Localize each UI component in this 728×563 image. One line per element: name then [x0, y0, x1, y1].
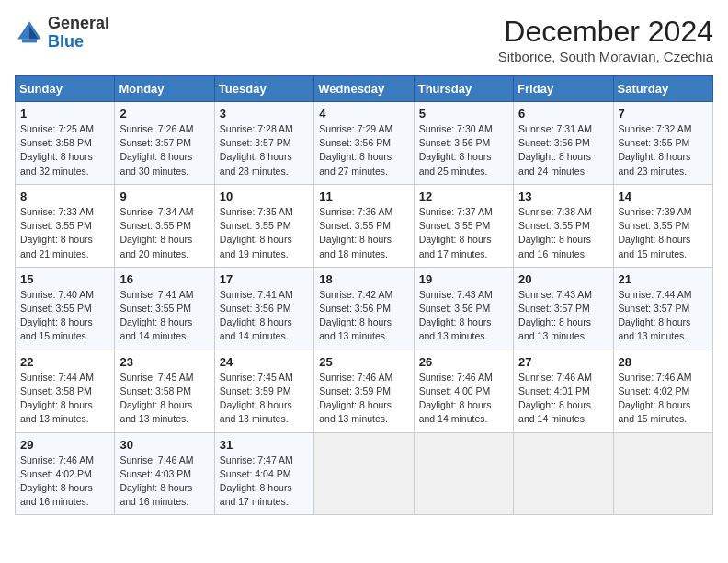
- logo: General Blue: [15, 15, 109, 52]
- day-number: 16: [119, 272, 209, 286]
- logo-icon: [15, 18, 44, 48]
- day-number: 28: [619, 355, 708, 369]
- day-number: 6: [518, 107, 608, 121]
- day-detail: Sunrise: 7:46 AM Sunset: 3:59 PM Dayligh…: [319, 371, 408, 427]
- calendar-week-2: 8 Sunrise: 7:33 AM Sunset: 3:55 PM Dayli…: [16, 184, 713, 267]
- day-detail: Sunrise: 7:44 AM Sunset: 3:57 PM Dayligh…: [619, 288, 708, 344]
- calendar-cell: 21 Sunrise: 7:44 AM Sunset: 3:57 PM Dayl…: [613, 267, 712, 350]
- day-detail: Sunrise: 7:29 AM Sunset: 3:56 PM Dayligh…: [319, 122, 408, 178]
- day-detail: Sunrise: 7:43 AM Sunset: 3:57 PM Dayligh…: [518, 288, 608, 344]
- day-number: 7: [619, 107, 708, 121]
- day-detail: Sunrise: 7:47 AM Sunset: 4:04 PM Dayligh…: [220, 454, 309, 510]
- calendar-cell: 12 Sunrise: 7:37 AM Sunset: 3:55 PM Dayl…: [414, 184, 513, 267]
- calendar-week-5: 29 Sunrise: 7:46 AM Sunset: 4:02 PM Dayl…: [16, 432, 713, 515]
- day-number: 2: [119, 107, 209, 121]
- svg-marker-1: [29, 26, 39, 39]
- day-detail: Sunrise: 7:31 AM Sunset: 3:56 PM Dayligh…: [518, 122, 608, 178]
- calendar-cell: 30 Sunrise: 7:46 AM Sunset: 4:03 PM Dayl…: [115, 432, 214, 515]
- calendar-cell: 18 Sunrise: 7:42 AM Sunset: 3:56 PM Dayl…: [314, 267, 414, 350]
- day-detail: Sunrise: 7:38 AM Sunset: 3:55 PM Dayligh…: [518, 205, 608, 261]
- day-detail: Sunrise: 7:42 AM Sunset: 3:56 PM Dayligh…: [319, 288, 408, 344]
- day-detail: Sunrise: 7:41 AM Sunset: 3:55 PM Dayligh…: [119, 288, 209, 344]
- day-number: 8: [20, 190, 109, 203]
- calendar-cell: 10 Sunrise: 7:35 AM Sunset: 3:55 PM Dayl…: [214, 184, 313, 267]
- day-detail: Sunrise: 7:35 AM Sunset: 3:55 PM Dayligh…: [220, 205, 309, 261]
- day-detail: Sunrise: 7:46 AM Sunset: 4:00 PM Dayligh…: [419, 371, 508, 427]
- day-number: 18: [319, 272, 408, 286]
- calendar-cell: 6 Sunrise: 7:31 AM Sunset: 3:56 PM Dayli…: [514, 102, 613, 185]
- day-number: 15: [20, 272, 109, 286]
- calendar-cell: 13 Sunrise: 7:38 AM Sunset: 3:55 PM Dayl…: [514, 184, 613, 267]
- weekday-header-row: SundayMondayTuesdayWednesdayThursdayFrid…: [16, 76, 713, 102]
- day-detail: Sunrise: 7:39 AM Sunset: 3:55 PM Dayligh…: [619, 205, 708, 261]
- day-number: 25: [319, 355, 408, 369]
- month-title: December 2024: [498, 15, 713, 49]
- day-number: 23: [119, 355, 209, 369]
- weekday-header-monday: Monday: [115, 76, 214, 102]
- day-number: 21: [619, 272, 708, 286]
- day-number: 12: [419, 190, 508, 203]
- day-detail: Sunrise: 7:25 AM Sunset: 3:58 PM Dayligh…: [20, 122, 109, 178]
- day-detail: Sunrise: 7:46 AM Sunset: 4:02 PM Dayligh…: [20, 454, 109, 510]
- calendar-cell: 4 Sunrise: 7:29 AM Sunset: 3:56 PM Dayli…: [314, 102, 414, 185]
- day-number: 4: [319, 107, 408, 121]
- page-header: General Blue December 2024 Sitborice, So…: [15, 15, 713, 64]
- day-number: 19: [419, 272, 508, 286]
- calendar-cell: 27 Sunrise: 7:46 AM Sunset: 4:01 PM Dayl…: [514, 350, 613, 432]
- day-detail: Sunrise: 7:46 AM Sunset: 4:03 PM Dayligh…: [119, 454, 209, 510]
- day-number: 17: [220, 272, 309, 286]
- calendar-cell: 11 Sunrise: 7:36 AM Sunset: 3:55 PM Dayl…: [314, 184, 414, 267]
- weekday-header-sunday: Sunday: [16, 76, 115, 102]
- day-detail: Sunrise: 7:36 AM Sunset: 3:55 PM Dayligh…: [319, 205, 408, 261]
- day-number: 5: [419, 107, 508, 121]
- calendar-week-3: 15 Sunrise: 7:40 AM Sunset: 3:55 PM Dayl…: [16, 267, 713, 350]
- day-number: 29: [20, 438, 109, 452]
- calendar-cell: [613, 432, 712, 515]
- weekday-header-saturday: Saturday: [613, 76, 712, 102]
- day-number: 9: [119, 190, 209, 203]
- day-detail: Sunrise: 7:37 AM Sunset: 3:55 PM Dayligh…: [419, 205, 508, 261]
- location-subtitle: Sitborice, South Moravian, Czechia: [498, 49, 713, 64]
- weekday-header-tuesday: Tuesday: [214, 76, 313, 102]
- calendar-cell: 28 Sunrise: 7:46 AM Sunset: 4:02 PM Dayl…: [613, 350, 712, 432]
- day-number: 1: [20, 107, 109, 121]
- calendar-cell: [414, 432, 513, 515]
- calendar-cell: 1 Sunrise: 7:25 AM Sunset: 3:58 PM Dayli…: [16, 102, 115, 185]
- weekday-header-friday: Friday: [514, 76, 613, 102]
- day-number: 13: [518, 190, 608, 203]
- calendar-cell: 16 Sunrise: 7:41 AM Sunset: 3:55 PM Dayl…: [115, 267, 214, 350]
- calendar-cell: 5 Sunrise: 7:30 AM Sunset: 3:56 PM Dayli…: [414, 102, 513, 185]
- calendar-cell: 8 Sunrise: 7:33 AM Sunset: 3:55 PM Dayli…: [16, 184, 115, 267]
- day-number: 24: [220, 355, 309, 369]
- day-detail: Sunrise: 7:32 AM Sunset: 3:55 PM Dayligh…: [619, 122, 708, 178]
- calendar-cell: 15 Sunrise: 7:40 AM Sunset: 3:55 PM Dayl…: [16, 267, 115, 350]
- day-number: 26: [419, 355, 508, 369]
- day-detail: Sunrise: 7:43 AM Sunset: 3:56 PM Dayligh…: [419, 288, 508, 344]
- calendar-week-1: 1 Sunrise: 7:25 AM Sunset: 3:58 PM Dayli…: [16, 102, 713, 185]
- title-block: December 2024 Sitborice, South Moravian,…: [498, 15, 713, 64]
- day-detail: Sunrise: 7:40 AM Sunset: 3:55 PM Dayligh…: [20, 288, 109, 344]
- calendar-cell: 19 Sunrise: 7:43 AM Sunset: 3:56 PM Dayl…: [414, 267, 513, 350]
- weekday-header-wednesday: Wednesday: [314, 76, 414, 102]
- day-detail: Sunrise: 7:34 AM Sunset: 3:55 PM Dayligh…: [119, 205, 209, 261]
- weekday-header-thursday: Thursday: [414, 76, 513, 102]
- calendar-cell: 26 Sunrise: 7:46 AM Sunset: 4:00 PM Dayl…: [414, 350, 513, 432]
- day-number: 20: [518, 272, 608, 286]
- calendar-cell: 22 Sunrise: 7:44 AM Sunset: 3:58 PM Dayl…: [16, 350, 115, 432]
- day-detail: Sunrise: 7:30 AM Sunset: 3:56 PM Dayligh…: [419, 122, 508, 178]
- calendar-table: SundayMondayTuesdayWednesdayThursdayFrid…: [15, 75, 713, 515]
- day-number: 31: [220, 438, 309, 452]
- day-number: 27: [518, 355, 608, 369]
- calendar-cell: 2 Sunrise: 7:26 AM Sunset: 3:57 PM Dayli…: [115, 102, 214, 185]
- day-detail: Sunrise: 7:28 AM Sunset: 3:57 PM Dayligh…: [220, 122, 309, 178]
- calendar-cell: [514, 432, 613, 515]
- calendar-cell: 3 Sunrise: 7:28 AM Sunset: 3:57 PM Dayli…: [214, 102, 313, 185]
- calendar-week-4: 22 Sunrise: 7:44 AM Sunset: 3:58 PM Dayl…: [16, 350, 713, 432]
- day-detail: Sunrise: 7:46 AM Sunset: 4:02 PM Dayligh…: [619, 371, 708, 427]
- day-number: 3: [220, 107, 309, 121]
- day-detail: Sunrise: 7:45 AM Sunset: 3:58 PM Dayligh…: [119, 371, 209, 427]
- calendar-cell: 14 Sunrise: 7:39 AM Sunset: 3:55 PM Dayl…: [613, 184, 712, 267]
- calendar-cell: 17 Sunrise: 7:41 AM Sunset: 3:56 PM Dayl…: [214, 267, 313, 350]
- day-detail: Sunrise: 7:44 AM Sunset: 3:58 PM Dayligh…: [20, 371, 109, 427]
- calendar-cell: 23 Sunrise: 7:45 AM Sunset: 3:58 PM Dayl…: [115, 350, 214, 432]
